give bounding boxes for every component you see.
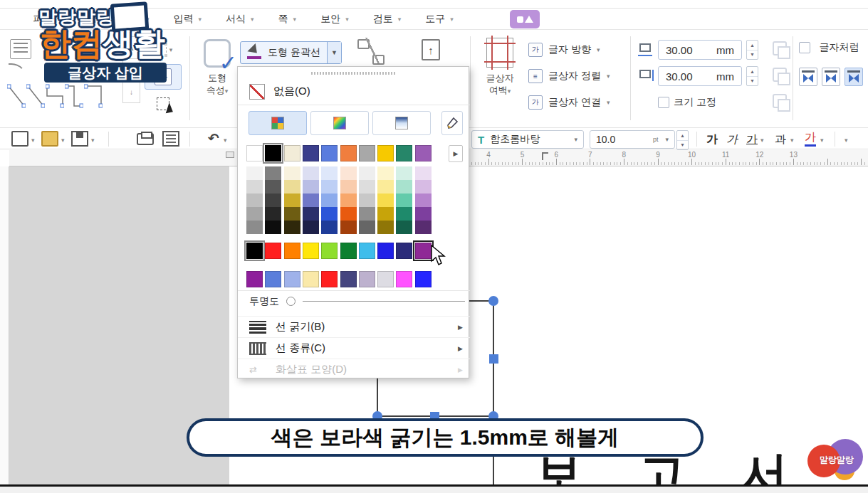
standard-color2-5[interactable]	[340, 271, 357, 287]
theme-tint-2-4[interactable]	[284, 221, 300, 234]
theme-tint-7-4[interactable]	[377, 221, 394, 234]
theme-tint-9-2[interactable]	[415, 194, 432, 207]
standard-color-0[interactable]	[246, 243, 263, 259]
save-arrow[interactable]: ▾	[91, 137, 95, 144]
font-family-select[interactable]: T 함초롬바탕 ▾	[471, 130, 584, 149]
standard-color-1[interactable]	[265, 243, 281, 259]
theme-color-6[interactable]	[359, 145, 375, 161]
theme-tint-3-3[interactable]	[303, 207, 319, 221]
object-select-button[interactable]	[145, 91, 182, 117]
theme-tint-8-3[interactable]	[396, 207, 412, 221]
shape-outline-dropdown-arrow[interactable]: ▼	[327, 42, 341, 63]
theme-color-7[interactable]	[377, 145, 394, 161]
standard-color2-8[interactable]	[396, 271, 412, 287]
theme-tint-4-3[interactable]	[321, 207, 338, 221]
standard-color-4[interactable]	[321, 243, 338, 259]
eyedropper-button[interactable]	[441, 111, 463, 135]
shape-handle-top-right[interactable]	[488, 296, 498, 306]
theme-tint-0-1[interactable]	[246, 180, 263, 194]
standard-color2-3[interactable]	[303, 271, 319, 287]
theme-color-3[interactable]	[303, 145, 319, 161]
shapes-tool-menu-button[interactable]	[510, 10, 540, 28]
standard-color2-6[interactable]	[359, 271, 375, 287]
shape-handle-mid-right[interactable]	[489, 354, 498, 364]
italic-button[interactable]: 가	[726, 130, 738, 149]
standard-color-3[interactable]	[303, 243, 319, 259]
shape-right-edge[interactable]	[493, 300, 494, 484]
wrap-square-icon[interactable]	[799, 68, 817, 86]
height-spinner[interactable]: ▲▼	[746, 66, 758, 86]
theme-tint-2-3[interactable]	[284, 207, 300, 221]
theme-tint-1-1[interactable]	[265, 180, 281, 194]
bold-button[interactable]: 가	[706, 130, 718, 149]
theme-tint-1-3[interactable]	[265, 207, 281, 221]
theme-tint-4-2[interactable]	[321, 194, 338, 207]
theme-tint-8-0[interactable]	[396, 166, 412, 180]
theme-tint-0-2[interactable]	[246, 194, 263, 207]
standard-color2-0[interactable]	[246, 271, 263, 287]
standard-color-5[interactable]	[340, 243, 357, 259]
outline-style-arrow[interactable]: ▾	[790, 137, 794, 144]
shape-properties-button[interactable]: ✓ 도형 속성▾	[197, 36, 238, 123]
theme-tint-8-2[interactable]	[396, 194, 412, 207]
theme-tint-3-4[interactable]	[303, 221, 319, 234]
ribbon-row-textbox-link[interactable]: 가글상자 연결▾	[528, 92, 610, 113]
theme-tint-1-4[interactable]	[265, 221, 281, 234]
theme-color-5[interactable]	[340, 145, 357, 161]
ribbon-row-text-direction[interactable]: 가글자 방향▾	[528, 39, 610, 60]
connector-shape-icon-1[interactable]	[26, 83, 45, 109]
undo-arrow[interactable]: ▾	[224, 137, 227, 144]
standard-color2-4[interactable]	[321, 271, 338, 287]
theme-tint-2-0[interactable]	[284, 166, 300, 180]
panel-item-line-thickness[interactable]: 선 굵기(B)▶	[238, 316, 470, 337]
theme-tint-1-0[interactable]	[265, 166, 281, 180]
open-arrow[interactable]: ▾	[61, 137, 65, 144]
theme-tint-9-4[interactable]	[415, 221, 432, 234]
transparency-slider-track[interactable]	[303, 301, 465, 302]
theme-tint-3-0[interactable]	[303, 166, 319, 180]
connector-shape-icon-4[interactable]	[84, 83, 103, 109]
underline-button[interactable]: 가	[746, 130, 758, 149]
palette-expand-button[interactable]: ▶	[449, 145, 463, 162]
theme-tint-1-2[interactable]	[265, 194, 281, 207]
width-spinner[interactable]: ▲▼	[746, 40, 758, 60]
theme-tint-4-1[interactable]	[321, 180, 338, 194]
theme-tint-3-1[interactable]	[303, 180, 319, 194]
theme-tint-5-3[interactable]	[340, 207, 357, 221]
theme-tint-4-0[interactable]	[321, 166, 338, 180]
connector-shape-icon-0[interactable]	[7, 83, 26, 109]
standard-color2-2[interactable]	[284, 271, 300, 287]
theme-tint-6-1[interactable]	[359, 180, 375, 194]
theme-tint-5-1[interactable]	[340, 180, 357, 194]
tab-spectrum[interactable]	[310, 111, 369, 135]
theme-tint-8-4[interactable]	[396, 221, 412, 234]
standard-color-6[interactable]	[359, 243, 375, 259]
theme-tint-9-1[interactable]	[415, 180, 432, 194]
transparency-slider-knob[interactable]	[286, 297, 296, 306]
save-icon[interactable]	[71, 131, 88, 147]
theme-tint-7-1[interactable]	[377, 180, 394, 194]
textbox-margin-button[interactable]: 글상자 여백▾	[479, 36, 521, 97]
font-size-spinner[interactable]: ▲▼	[676, 130, 689, 150]
font-size-select[interactable]: 10.0 pt ▾	[590, 130, 675, 149]
panel-drag-handle[interactable]	[311, 72, 397, 75]
shape-fill-button[interactable]	[356, 39, 387, 65]
standard-color2-9[interactable]	[415, 271, 432, 287]
theme-tint-5-2[interactable]	[340, 194, 357, 207]
connector-shape-icon-2[interactable]	[46, 83, 64, 109]
theme-tint-9-0[interactable]	[415, 166, 432, 180]
connector-shape-icon-3[interactable]	[65, 83, 83, 109]
open-folder-icon[interactable]	[41, 131, 58, 147]
font-color-arrow[interactable]: ▾	[820, 137, 824, 144]
width-field[interactable]: 30.00 mm	[658, 40, 742, 60]
theme-tint-7-2[interactable]	[377, 194, 394, 207]
theme-tint-0-4[interactable]	[246, 221, 263, 234]
theme-color-2[interactable]	[284, 145, 300, 161]
ribbon-row-textbox-align[interactable]: ≡글상자 정렬▾	[528, 65, 610, 87]
theme-color-9[interactable]	[415, 145, 432, 161]
menu-item-6[interactable]: 보안▾	[320, 13, 349, 26]
theme-tint-0-3[interactable]	[246, 207, 263, 221]
theme-color-4[interactable]	[321, 145, 338, 161]
standard-color-7[interactable]	[377, 243, 394, 259]
undo-icon[interactable]: ↶	[205, 131, 222, 147]
